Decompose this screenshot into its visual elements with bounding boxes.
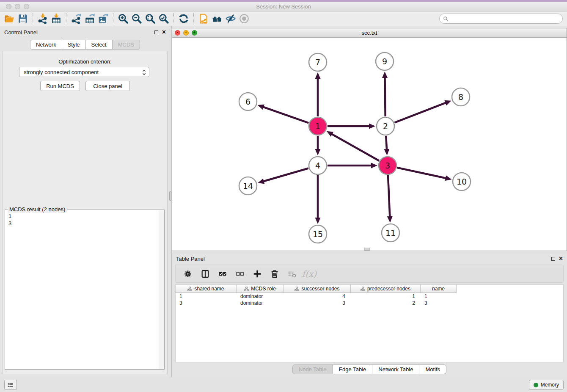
zoom-in-button[interactable] bbox=[116, 12, 130, 25]
table-cell[interactable]: dominator bbox=[237, 300, 284, 306]
node-label-9: 9 bbox=[382, 57, 387, 66]
table-row[interactable]: 3dominator323 bbox=[176, 300, 563, 306]
network-table-splitter-handle[interactable] bbox=[364, 248, 370, 251]
network-window-titlebar[interactable]: × − + scc.txt bbox=[172, 28, 567, 38]
column-header-successor-nodes[interactable]: successor nodes bbox=[284, 285, 351, 293]
criterion-dropdown[interactable]: strongly connected component bbox=[19, 67, 149, 77]
hide-selected-button[interactable] bbox=[224, 12, 237, 25]
table-options-button[interactable] bbox=[182, 268, 194, 280]
search-input[interactable] bbox=[451, 16, 559, 22]
node-label-8: 8 bbox=[458, 92, 463, 102]
close-panel-icon[interactable]: × bbox=[162, 30, 166, 34]
tab-network[interactable]: Network bbox=[30, 40, 62, 50]
first-neighbors-icon bbox=[212, 13, 223, 24]
edge-1-6[interactable] bbox=[261, 106, 308, 123]
network-close-button[interactable]: × bbox=[175, 30, 180, 36]
delete-column-button[interactable] bbox=[268, 268, 281, 280]
table-cell[interactable]: 3 bbox=[284, 300, 351, 306]
tab-mcds: MCDS bbox=[113, 40, 140, 50]
import-network-button[interactable] bbox=[36, 12, 50, 25]
edge-4-14[interactable] bbox=[261, 168, 308, 182]
memory-status-icon bbox=[534, 383, 538, 387]
float-panel-icon[interactable] bbox=[154, 30, 158, 34]
table-panel-header: Table Panel × bbox=[172, 253, 567, 265]
add-column-button[interactable] bbox=[251, 268, 264, 280]
tab-network-table[interactable]: Network Table bbox=[372, 364, 419, 374]
column-header-predecessor-nodes[interactable]: predecessor nodes bbox=[351, 285, 421, 293]
table-cell[interactable]: 3 bbox=[176, 300, 237, 306]
toolbar-group bbox=[177, 12, 190, 25]
network-minimize-button[interactable]: − bbox=[183, 30, 189, 36]
export-table-button[interactable] bbox=[83, 12, 96, 25]
open-session-icon bbox=[4, 13, 15, 24]
table-cell[interactable]: 3 bbox=[421, 300, 457, 306]
zoom-fit-icon bbox=[145, 13, 156, 24]
control-panel-title: Control Panel bbox=[4, 29, 38, 36]
first-neighbors-button[interactable] bbox=[210, 12, 224, 25]
select-all-button[interactable] bbox=[216, 268, 229, 280]
tab-edge-table[interactable]: Edge Table bbox=[333, 364, 372, 374]
zoom-window-button[interactable] bbox=[24, 4, 29, 9]
table-cell[interactable]: 1 bbox=[176, 293, 237, 299]
mcds-result-scrollbar[interactable] bbox=[159, 210, 164, 369]
table-cell[interactable]: 2 bbox=[351, 300, 421, 306]
edge-arrowhead-1-2 bbox=[369, 124, 375, 129]
toolbar-button-groups bbox=[3, 12, 251, 25]
import-table-button[interactable] bbox=[50, 12, 63, 25]
memory-button-label: Memory bbox=[541, 382, 559, 388]
export-image-button[interactable] bbox=[96, 12, 110, 25]
new-network-from-selection-button[interactable] bbox=[197, 12, 210, 25]
column-header-MCDS-role[interactable]: MCDS role bbox=[237, 285, 284, 293]
column-header-label: successor nodes bbox=[301, 286, 339, 292]
table-row[interactable]: 1dominator411 bbox=[176, 293, 563, 300]
deselect-all-button[interactable] bbox=[234, 268, 246, 280]
minimize-window-button[interactable] bbox=[15, 4, 20, 9]
edge-2-8[interactable] bbox=[394, 102, 448, 123]
close-window-button[interactable] bbox=[6, 4, 11, 9]
edge-3-10[interactable] bbox=[397, 168, 448, 179]
tab-style[interactable]: Style bbox=[62, 40, 86, 50]
sort-hierarchy-icon bbox=[187, 287, 192, 291]
edge-3-11[interactable] bbox=[388, 175, 390, 219]
table-cell[interactable]: 4 bbox=[284, 293, 351, 299]
zoom-selected-button[interactable] bbox=[157, 12, 171, 25]
column-header-shared-name[interactable]: shared name bbox=[176, 285, 237, 293]
table-cell[interactable]: 1 bbox=[351, 293, 421, 299]
network-maximize-button[interactable]: + bbox=[192, 30, 197, 36]
toolbar-group bbox=[36, 12, 63, 25]
close-table-panel-icon[interactable]: × bbox=[559, 257, 563, 261]
export-network-button[interactable] bbox=[69, 12, 83, 25]
search-field[interactable] bbox=[439, 14, 563, 24]
chevron-updown-icon bbox=[142, 69, 146, 76]
float-table-panel-icon[interactable] bbox=[551, 257, 555, 261]
table-cell[interactable]: dominator bbox=[237, 293, 284, 299]
open-session-button[interactable] bbox=[3, 12, 16, 25]
show-all-icon bbox=[239, 13, 250, 24]
zoom-fit-button[interactable] bbox=[143, 12, 157, 25]
edge-3-1[interactable] bbox=[330, 133, 379, 161]
run-mcds-button[interactable]: Run MCDS bbox=[40, 81, 80, 91]
show-hide-columns-button[interactable] bbox=[199, 268, 212, 280]
network-canvas[interactable]: 7968124314101511 bbox=[172, 38, 567, 251]
select-all-icon bbox=[218, 269, 227, 279]
function-builder-button: f(x) bbox=[303, 268, 316, 280]
save-session-button[interactable] bbox=[16, 12, 30, 25]
task-history-button[interactable] bbox=[4, 380, 17, 390]
close-panel-button[interactable]: Close panel bbox=[85, 81, 130, 91]
node-label-6: 6 bbox=[245, 97, 250, 106]
network-graph: 7968124314101511 bbox=[172, 38, 567, 251]
node-label-2: 2 bbox=[383, 121, 388, 131]
table-cell[interactable]: 1 bbox=[421, 293, 457, 299]
refresh-view-button[interactable] bbox=[177, 12, 190, 25]
mcds-result-item: 1 bbox=[8, 213, 11, 220]
zoom-out-button[interactable] bbox=[130, 12, 143, 25]
memory-button[interactable]: Memory bbox=[529, 380, 564, 390]
tab-motifs[interactable]: Motifs bbox=[419, 364, 446, 374]
network-window-title: scc.txt bbox=[172, 28, 567, 38]
mcds-result-list[interactable]: 13 bbox=[5, 211, 15, 229]
edge-2-9[interactable] bbox=[385, 75, 385, 116]
column-header-name[interactable]: name bbox=[421, 285, 457, 293]
tab-select[interactable]: Select bbox=[86, 40, 113, 50]
edge-arrowhead-1-4 bbox=[315, 149, 321, 155]
splitter-handle[interactable] bbox=[169, 191, 171, 201]
